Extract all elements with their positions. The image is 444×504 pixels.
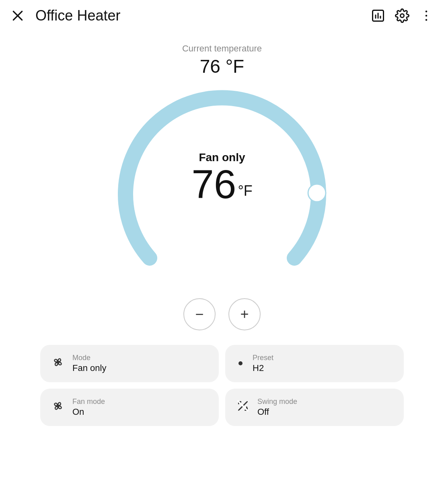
mode-value: Fan only — [72, 363, 106, 373]
dial-temp-unit: °F — [238, 182, 252, 199]
mode-label: Mode — [72, 354, 106, 362]
temperature-controls: − + — [0, 298, 444, 330]
settings-icon[interactable] — [394, 8, 410, 24]
current-temp-label: Current temperature — [182, 43, 262, 54]
temperature-dial[interactable]: Fan only 76°F — [109, 85, 335, 294]
cards-section: Mode Fan only Preset H2 Fan mode — [0, 330, 444, 442]
current-temp-value: 76 °F — [200, 55, 244, 77]
dial-temp-value: 76 — [191, 162, 236, 207]
dial-temp-display: 76°F — [191, 164, 253, 204]
preset-card-content: Preset H2 — [253, 354, 273, 373]
page-title: Office Heater — [35, 7, 370, 24]
fan-mode-label: Fan mode — [72, 397, 105, 406]
dial-center: Fan only 76°F — [191, 151, 253, 204]
more-options-icon[interactable] — [418, 8, 434, 24]
mode-card[interactable]: Mode Fan only — [40, 345, 219, 382]
svg-point-9 — [426, 19, 428, 21]
close-button[interactable] — [10, 8, 26, 24]
fan-mode-card[interactable]: Fan mode On — [40, 389, 219, 426]
mode-card-content: Mode Fan only — [72, 354, 106, 373]
preset-label: Preset — [253, 354, 273, 362]
swing-mode-value: Off — [257, 407, 297, 417]
svg-point-8 — [426, 15, 428, 17]
svg-point-12 — [238, 361, 243, 365]
swing-mode-label: Swing mode — [257, 397, 297, 406]
fan-mode-card-content: Fan mode On — [72, 397, 105, 417]
header: Office Heater — [0, 0, 444, 31]
temperature-section: Current temperature 76 °F — [0, 43, 444, 77]
svg-point-6 — [401, 14, 404, 18]
preset-value: H2 — [253, 363, 273, 373]
fan-icon — [51, 356, 64, 371]
svg-point-10 — [308, 184, 326, 202]
header-actions — [370, 8, 434, 24]
increment-button[interactable]: + — [228, 298, 261, 330]
chart-icon[interactable] — [370, 8, 386, 24]
dot-icon — [236, 357, 245, 370]
fan-mode-icon — [51, 400, 64, 415]
swing-icon — [236, 400, 249, 415]
preset-card[interactable]: Preset H2 — [225, 345, 404, 382]
swing-mode-card-content: Swing mode Off — [257, 397, 297, 417]
swing-mode-card[interactable]: Swing mode Off — [225, 389, 404, 426]
fan-mode-value: On — [72, 407, 105, 417]
svg-point-7 — [426, 10, 428, 12]
decrement-button[interactable]: − — [183, 298, 216, 330]
